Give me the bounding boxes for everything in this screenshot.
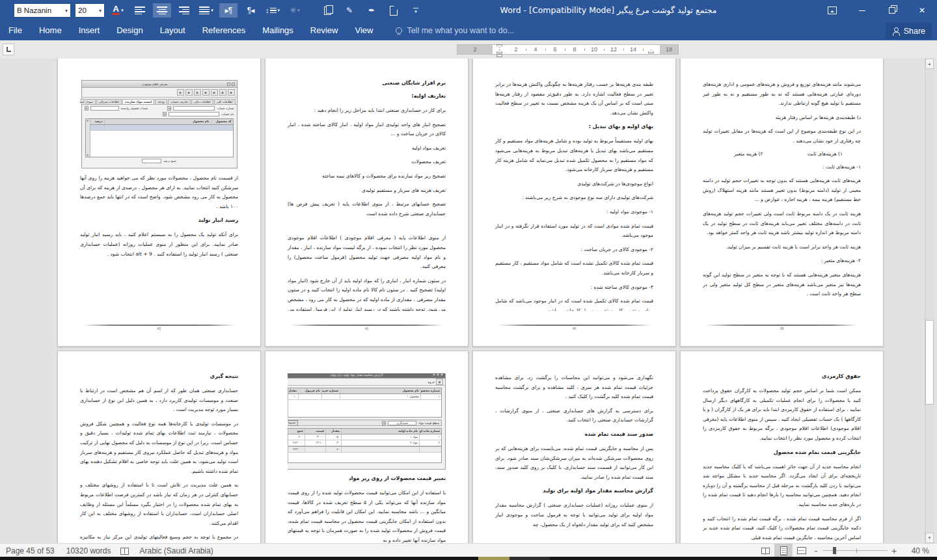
ltr-text-direction-button[interactable]: ¶◂ (241, 3, 260, 18)
zoom-level[interactable]: 40 % (899, 546, 937, 555)
highlighter-icon: ✒ (368, 6, 375, 15)
document-page[interactable]: نرم افزار شایگان صنعتیتعاریف اولیه:برای … (265, 59, 468, 347)
page-content: می‌شوند مانند هزینه‌های توزیع و فروش و ه… (703, 80, 861, 311)
page-content: نرم افزار شایگان صنعتیتعاریف اولیه:برای … (288, 80, 446, 311)
document-title: مجتمع تولید گوشت مرغ پیگیر [Compatibilit… (455, 0, 761, 21)
status-bar-right: - + 40 % (756, 544, 937, 557)
page-indicator[interactable]: Page 45 of 53 (0, 546, 61, 555)
language-indicator[interactable]: Arabic (Saudi Arabia) (133, 546, 219, 555)
doc-paragraph: هزینه ثابت در یک دامنه مربوط ثابت است ول… (703, 209, 861, 238)
restore-button[interactable] (877, 0, 907, 21)
doc-paragraph: اگر از فرم محاسبه قیمت تمام شده ، برگه ق… (703, 514, 861, 543)
share-person-icon (892, 27, 900, 35)
doc-paragraph: در این نوع طبقه‌بندی موضوع از این است که… (703, 127, 861, 146)
document-page[interactable]: طبقه بندی هزینه‌ها بر حسب رفتار هزینه‌ها… (472, 59, 676, 347)
doc-paragraph: پس از محاسبه و جایگزینی قیمت تمام شده، م… (495, 444, 653, 482)
doc-paragraph: برای دسترسی به گزارش های حسابداری صنعتی … (495, 407, 653, 425)
ribbon-tab-file[interactable]: File (0, 21, 31, 40)
line-spacing-button[interactable]: ↕ ▾ (264, 3, 282, 18)
ribbon-tab-view[interactable]: View (346, 21, 381, 40)
rtl-text-direction-button[interactable]: ▸¶ (219, 3, 238, 18)
ribbon-tab-references[interactable]: References (194, 21, 254, 40)
doc-paragraph: قیمت تمام شده موادی است که در تولید مورد… (495, 222, 653, 241)
document-area: ▲ ▼ معرفی اقلام موجودی▪▪▪▪▪▪▪اطلاعات کلی… (0, 59, 937, 543)
web-layout-button[interactable] (793, 544, 811, 557)
share-button[interactable]: Share (886, 23, 932, 39)
format-painter-button[interactable]: ✎ (340, 3, 359, 18)
close-button[interactable]: ✕ (907, 0, 937, 21)
rtl-paragraph-icon: ▸¶ (225, 6, 232, 15)
font-name-value: B Nazanin (17, 7, 51, 14)
ribbon-tab-review[interactable]: Review (302, 21, 347, 40)
vertical-scrollbar[interactable]: ▲ ▼ (925, 59, 934, 543)
minimize-button[interactable] (847, 0, 877, 21)
doc-paragraph: تصحیح حسابهای مرتبط ، از منوی اطلاعات پا… (288, 200, 446, 219)
left-indent-marker[interactable] (496, 54, 502, 57)
justify-button[interactable]: ▾ (197, 3, 215, 18)
font-name-select[interactable]: B Nazanin ▾ (14, 3, 71, 18)
ribbon-tab-insert[interactable]: Insert (70, 21, 109, 40)
proofing-check-icon[interactable] (120, 547, 129, 555)
right-indent-marker[interactable] (648, 49, 654, 53)
zoom-in-button[interactable]: + (889, 546, 899, 556)
ribbon-tab-design[interactable]: Design (108, 21, 151, 40)
font-color-button[interactable]: A ▾ (109, 3, 127, 18)
document-page[interactable]: نگهداری می‌شود و می‌توانید این محاسبات ر… (472, 351, 676, 543)
minimize-icon (859, 10, 865, 11)
read-mode-button[interactable] (756, 544, 774, 557)
ribbon-tab-home[interactable]: Home (31, 21, 70, 40)
shading-button[interactable]: ✳ ▾ (286, 3, 304, 18)
doc-paragraph: می‌شوند مانند هزینه‌های توزیع و فروش و ه… (703, 80, 861, 109)
horizontal-ruler[interactable]: 2 18 2468101214 (457, 44, 679, 55)
align-left-button[interactable] (131, 3, 149, 18)
embedded-report-screenshot: گزارش محاسبه مقدار مواد اولیه برای تولید… (288, 373, 446, 470)
doc-paragraph: تصحیح انبار های واحد تولیدی انبار مواد ا… (288, 120, 446, 139)
first-line-indent-marker[interactable] (496, 44, 502, 48)
customize-quick-access-toolbar-button[interactable]: ▾ (407, 3, 425, 18)
doc-paragraph: تصحیح ریز مواد سازنده برای محصولات و کال… (288, 172, 446, 181)
zoom-slider-thumb[interactable] (833, 547, 836, 554)
page-content: نتیجه گیریحسابداری صنعتی همان طور که از … (80, 373, 238, 543)
scroll-down-icon[interactable]: ▼ (925, 533, 934, 543)
word-count[interactable]: 10320 words (61, 546, 117, 555)
chevron-down-icon: ▾ (211, 8, 213, 13)
ruler-number: 2 (514, 46, 517, 53)
copy-button[interactable] (318, 3, 336, 18)
align-center-button[interactable] (153, 3, 171, 18)
font-size-select[interactable]: 20 ▾ (75, 3, 105, 18)
new-document-button[interactable] (385, 3, 403, 18)
window-controls: ✕ (817, 0, 937, 21)
taskbar-app-indicator[interactable] (478, 557, 509, 560)
document-page[interactable]: حقوق کارمزدیممکن است شما بر اساس حجم تول… (680, 351, 884, 543)
align-right-button[interactable] (175, 3, 193, 18)
doc-paragraph: قیمت تمام شده کالای تکمیل شده است که در … (495, 297, 653, 311)
doc-paragraph: هزینه‌های متغیر هزینه‌هایی هستند که با ت… (703, 271, 861, 299)
tab-stop-selector[interactable] (3, 44, 14, 55)
zoom-slider[interactable] (822, 544, 888, 557)
doc-paragraph: ممکن است شما بر اساس حجم تولید محصولات ب… (703, 386, 861, 444)
document-page[interactable]: گزارش محاسبه مقدار مواد اولیه برای تولید… (265, 351, 468, 543)
doc-paragraph: شرکت‌های تولیدی دارای سه نوع موجودی به ش… (495, 193, 653, 203)
scroll-up-icon[interactable]: ▲ (925, 59, 934, 69)
document-page[interactable]: می‌شوند مانند هزینه‌های توزیع و فروش و ه… (680, 59, 884, 347)
doc-paragraph: تعریف محصولات (288, 157, 446, 167)
highlighter-button[interactable]: ✒ (362, 3, 381, 18)
font-size-value: 20 (78, 7, 87, 14)
align-left-icon (135, 7, 145, 14)
scrollbar-thumb[interactable] (925, 320, 934, 405)
doc-paragraph: برای آنکه تولید یک محصول را به سیستم اعل… (80, 230, 238, 259)
ribbon-tab-layout[interactable]: Layout (152, 21, 194, 40)
document-page[interactable]: نتیجه گیریحسابداری صنعتی همان طور که از … (57, 351, 261, 543)
chevron-down-icon: ▾ (297, 8, 300, 13)
quick-access-toolbar: B Nazanin ▾ 20 ▾ A ▾ (14, 3, 425, 18)
ribbon-display-options-button[interactable] (817, 0, 847, 21)
print-layout-button[interactable] (774, 544, 793, 557)
lightbulb-icon (396, 27, 402, 34)
document-page[interactable]: معرفی اقلام موجودی▪▪▪▪▪▪▪اطلاعات کلیاطلا… (57, 59, 261, 347)
zoom-out-button[interactable]: - (811, 546, 821, 556)
ribbon-tab-mailings[interactable]: Mailings (254, 21, 302, 40)
doc-paragraph: ۱- موجودی مواد اولیه : (495, 207, 653, 217)
hanging-indent-marker[interactable] (496, 49, 502, 53)
page-footer: 42 (83, 325, 236, 330)
tell-me-box[interactable]: Tell me what you want to do... (396, 26, 514, 35)
